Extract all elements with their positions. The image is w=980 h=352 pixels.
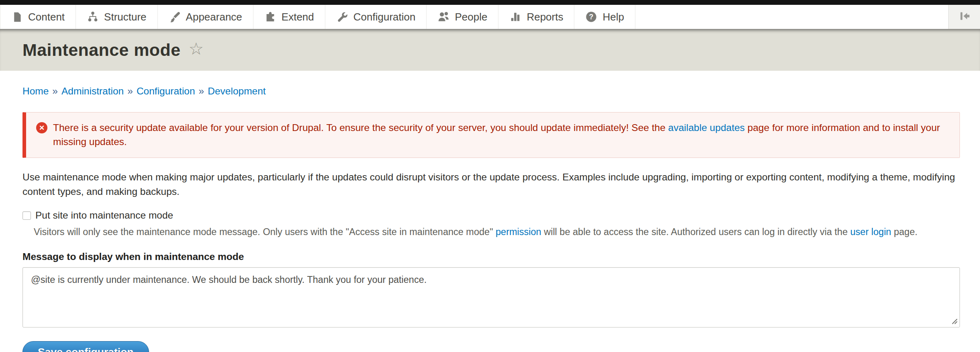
textarea-resize-handle[interactable] <box>951 317 958 325</box>
toolbar-tab-label: People <box>455 11 487 23</box>
description-text: page. <box>891 227 917 237</box>
message-textarea-wrap: @site is currently under maintenance. We… <box>22 267 960 327</box>
toolbar-tab-configuration[interactable]: Configuration <box>325 5 427 29</box>
breadcrumb-separator: » <box>199 86 204 96</box>
breadcrumb-development[interactable]: Development <box>208 86 265 96</box>
available-updates-link[interactable]: available updates <box>668 122 745 133</box>
breadcrumb-configuration[interactable]: Configuration <box>137 86 195 96</box>
description-text: Visitors will only see the maintenance m… <box>34 227 496 237</box>
toolbar-tab-help[interactable]: ? Help <box>574 5 635 29</box>
toolbar-tab-label: Appearance <box>186 11 242 23</box>
error-text-before: There is a security update available for… <box>53 122 668 133</box>
maintenance-mode-description: Visitors will only see the maintenance m… <box>34 225 960 238</box>
favorite-star-icon[interactable]: ☆ <box>188 41 204 57</box>
toolbar-tab-extend[interactable]: Extend <box>253 5 325 29</box>
toolbar-tab-appearance[interactable]: Appearance <box>157 5 253 29</box>
permission-link[interactable]: permission <box>496 227 541 237</box>
puzzle-icon <box>264 11 276 23</box>
toolbar-tab-label: Configuration <box>353 11 416 23</box>
toolbar-tab-people[interactable]: People <box>426 5 498 29</box>
toolbar-tab-label: Content <box>28 11 65 23</box>
toolbar-tab-reports[interactable]: Reports <box>498 5 574 29</box>
toolbar-collapse-button[interactable] <box>948 5 980 29</box>
toolbar-tab-label: Extend <box>282 11 314 23</box>
maintenance-mode-checkbox-label[interactable]: Put site into maintenance mode <box>35 210 173 221</box>
svg-text:?: ? <box>589 13 594 21</box>
toolbar-tab-label: Reports <box>527 11 563 23</box>
people-icon <box>437 11 449 23</box>
breadcrumb-administration[interactable]: Administration <box>61 86 124 96</box>
breadcrumb-separator: » <box>52 86 58 96</box>
structure-icon <box>87 11 99 23</box>
content-icon <box>11 11 23 23</box>
paintbrush-icon <box>169 11 181 23</box>
admin-top-strip <box>0 0 980 5</box>
breadcrumb-home[interactable]: Home <box>22 86 49 96</box>
page-header: Maintenance mode ☆ <box>0 29 980 71</box>
toolbar-tab-label: Structure <box>104 11 147 23</box>
maintenance-message-textarea[interactable]: @site is currently under maintenance. We… <box>22 267 960 327</box>
bar-chart-icon <box>509 11 521 23</box>
wrench-icon <box>336 11 348 23</box>
help-icon: ? <box>585 11 597 23</box>
save-configuration-button[interactable]: Save configuration <box>22 341 149 352</box>
collapse-left-icon <box>958 9 971 25</box>
maintenance-mode-checkbox-row: Put site into maintenance mode <box>22 210 960 221</box>
maintenance-intro-text: Use maintenance mode when making major u… <box>22 170 960 199</box>
toolbar-tab-structure[interactable]: Structure <box>76 5 157 29</box>
breadcrumb-separator: » <box>127 86 133 96</box>
toolbar-tab-label: Help <box>602 11 624 23</box>
toolbar-tab-content[interactable]: Content <box>0 5 76 29</box>
error-icon: ✕ <box>36 122 47 133</box>
message-field-label: Message to display when in maintenance m… <box>22 251 960 262</box>
page-title: Maintenance mode <box>22 40 180 60</box>
description-text: will be able to access the site. Authori… <box>541 227 850 237</box>
maintenance-mode-checkbox[interactable] <box>22 211 31 220</box>
error-message-box: ✕ There is a security update available f… <box>22 112 960 158</box>
main-content: Home»Administration»Configuration»Develo… <box>0 86 980 352</box>
admin-toolbar: Content Structure Appearance Extend Conf… <box>0 5 980 29</box>
user-login-link[interactable]: user login <box>850 227 891 237</box>
toolbar-spacer <box>635 5 948 29</box>
breadcrumb: Home»Administration»Configuration»Develo… <box>22 86 960 97</box>
